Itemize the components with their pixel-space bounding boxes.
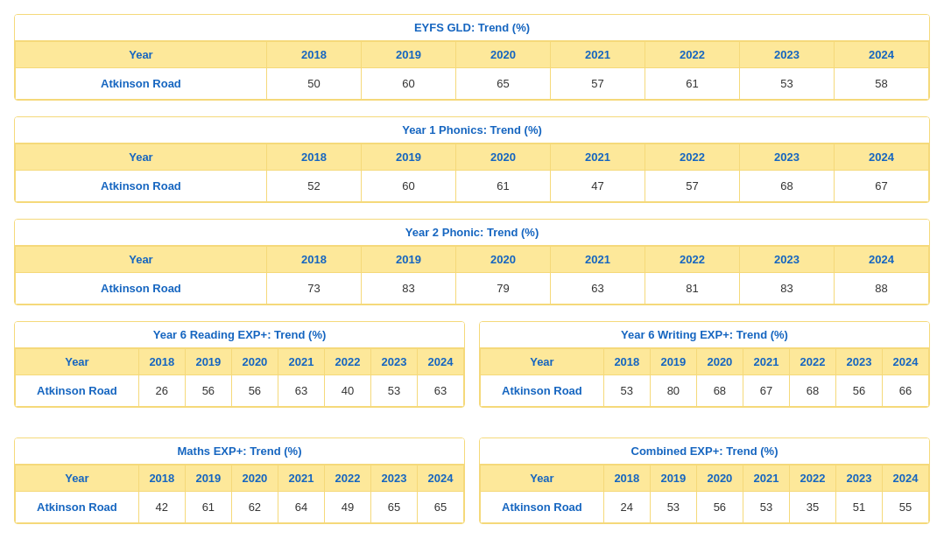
cell-0-1: 73	[266, 273, 361, 304]
header-col-7: 2024	[834, 247, 928, 273]
header-col-5: 2022	[324, 466, 370, 492]
cell-0-1: 26	[138, 375, 185, 407]
maths-body: Atkinson Road42616264496565	[16, 492, 464, 523]
cell-0-0: Atkinson Road	[16, 375, 139, 407]
yr1phonics-body: Atkinson Road52606147576867	[16, 171, 929, 202]
cell-0-2: 83	[361, 273, 455, 304]
header-col-5: 2022	[645, 144, 739, 171]
header-col-2: 2019	[361, 144, 455, 171]
header-col-4: 2021	[743, 466, 789, 492]
header-col-5: 2022	[789, 349, 835, 375]
combined-table-title: Combined EXP+: Trend (%)	[480, 438, 929, 465]
table-row: Atkinson Road50606557615358	[16, 68, 929, 100]
header-col-0: Year	[16, 349, 139, 375]
cell-0-4: 63	[550, 273, 645, 304]
maths-table-title: Maths EXP+: Trend (%)	[15, 438, 464, 465]
yr2phonic-table-section: Year 2 Phonic: Trend (%) Year20182019202…	[14, 219, 930, 305]
maths-table-section: Maths EXP+: Trend (%) Year20182019202020…	[14, 438, 465, 524]
header-col-3: 2020	[696, 466, 743, 492]
header-col-3: 2020	[231, 349, 278, 375]
cell-0-7: 67	[834, 171, 928, 202]
combined-table-section: Combined EXP+: Trend (%) Year20182019202…	[479, 438, 930, 524]
header-col-6: 2023	[835, 349, 882, 375]
cell-0-7: 88	[834, 273, 928, 304]
cell-0-1: 50	[266, 68, 361, 100]
header-col-0: Year	[16, 144, 267, 171]
maths-header-row: Year2018201920202021202220232024	[16, 466, 464, 492]
cell-0-3: 62	[231, 492, 278, 523]
header-col-6: 2023	[739, 144, 834, 171]
cell-0-6: 56	[835, 375, 882, 407]
header-col-1: 2018	[266, 42, 361, 68]
header-col-4: 2021	[278, 466, 324, 492]
header-col-6: 2023	[835, 466, 882, 492]
yr6reading-table-section: Year 6 Reading EXP+: Trend (%) Year20182…	[14, 321, 465, 408]
cell-0-2: 53	[650, 492, 696, 523]
yr2phonic-header-row: Year2018201920202021202220232024	[16, 247, 929, 273]
header-col-3: 2020	[231, 466, 278, 492]
cell-0-4: 57	[550, 68, 645, 100]
cell-0-2: 56	[185, 375, 231, 407]
yr6writing-body: Atkinson Road53806867685666	[481, 375, 929, 407]
combined-header-row: Year2018201920202021202220232024	[481, 466, 929, 492]
combined-body: Atkinson Road24535653355155	[481, 492, 929, 523]
cell-0-3: 61	[455, 171, 550, 202]
header-col-3: 2020	[455, 42, 550, 68]
header-col-1: 2018	[603, 466, 650, 492]
header-col-2: 2019	[185, 466, 231, 492]
yr6reading-header-row: Year2018201920202021202220232024	[16, 349, 464, 375]
table-row: Atkinson Road24535653355155	[481, 492, 929, 523]
yr6reading-table: Year2018201920202021202220232024 Atkinso…	[15, 348, 464, 407]
cell-0-4: 53	[743, 492, 789, 523]
cell-0-5: 68	[789, 375, 835, 407]
yr6writing-table: Year2018201920202021202220232024 Atkinso…	[480, 348, 929, 407]
cell-0-6: 83	[739, 273, 834, 304]
header-col-3: 2020	[696, 349, 743, 375]
eyfs-table-section: EYFS GLD: Trend (%) Year2018201920202021…	[14, 14, 930, 101]
cell-0-6: 53	[370, 375, 417, 407]
cell-0-6: 68	[739, 171, 834, 202]
eyfs-header-row: Year2018201920202021202220232024	[16, 42, 929, 68]
cell-0-0: Atkinson Road	[16, 171, 267, 202]
header-col-4: 2021	[550, 247, 645, 273]
header-col-0: Year	[16, 42, 267, 68]
cell-0-6: 65	[370, 492, 417, 523]
header-col-3: 2020	[455, 247, 550, 273]
cell-0-3: 56	[231, 375, 278, 407]
header-col-2: 2019	[650, 349, 696, 375]
header-col-5: 2022	[645, 42, 739, 68]
page-wrapper: EYFS GLD: Trend (%) Year2018201920202021…	[14, 14, 930, 540]
bottom-tables-wrapper: Year 6 Reading EXP+: Trend (%) Year20182…	[14, 321, 930, 540]
header-col-2: 2019	[650, 466, 696, 492]
cell-0-7: 58	[834, 68, 928, 100]
cell-0-7: 55	[882, 492, 928, 523]
header-col-5: 2022	[789, 466, 835, 492]
eyfs-table: Year2018201920202021202220232024 Atkinso…	[15, 41, 929, 100]
header-col-4: 2021	[278, 349, 324, 375]
cell-0-3: 68	[696, 375, 743, 407]
table-row: Atkinson Road42616264496565	[16, 492, 464, 523]
cell-0-5: 81	[645, 273, 739, 304]
header-col-2: 2019	[185, 349, 231, 375]
cell-0-7: 66	[882, 375, 928, 407]
header-col-1: 2018	[138, 466, 185, 492]
cell-0-7: 63	[417, 375, 463, 407]
yr1phonics-header-row: Year2018201920202021202220232024	[16, 144, 929, 171]
cell-0-5: 35	[789, 492, 835, 523]
cell-0-5: 57	[645, 171, 739, 202]
header-col-6: 2023	[370, 466, 417, 492]
cell-0-4: 64	[278, 492, 324, 523]
cell-0-0: Atkinson Road	[481, 375, 604, 407]
header-col-7: 2024	[417, 466, 463, 492]
header-col-0: Year	[481, 349, 604, 375]
header-col-5: 2022	[324, 349, 370, 375]
cell-0-2: 61	[185, 492, 231, 523]
header-col-2: 2019	[361, 42, 455, 68]
header-col-4: 2021	[743, 349, 789, 375]
cell-0-0: Atkinson Road	[16, 273, 267, 304]
yr6writing-table-section: Year 6 Writing EXP+: Trend (%) Year20182…	[479, 321, 930, 408]
cell-0-4: 47	[550, 171, 645, 202]
header-col-5: 2022	[645, 247, 739, 273]
yr6writing-header-row: Year2018201920202021202220232024	[481, 349, 929, 375]
header-col-7: 2024	[834, 144, 928, 171]
